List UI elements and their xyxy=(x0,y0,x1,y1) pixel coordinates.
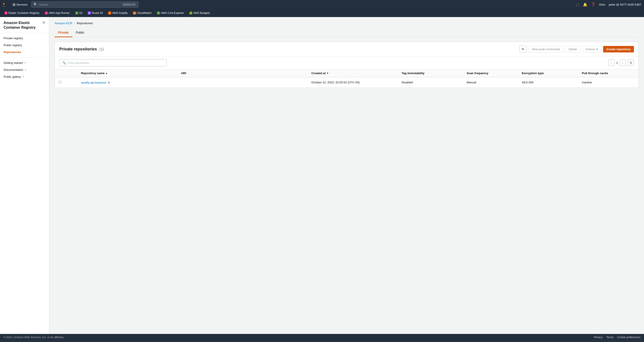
row-select-radio[interactable] xyxy=(58,81,61,84)
repo-search-input[interactable] xyxy=(68,61,164,65)
repositories-panel: Private repositories (1) ↻ View push com… xyxy=(54,42,639,88)
nav-right: ⬚ 🔔 ❓ Ohio peter @ 9477-3435-5387 xyxy=(576,3,641,7)
status-bar: https://us-east-2.console.aws.amazon.com… xyxy=(0,341,644,342)
panel-actions: ↻ View push commands Delete Actions ▾ Cr… xyxy=(519,46,634,53)
table-row: spotify-api-backend ⧉ October 22, 2022, … xyxy=(55,77,638,88)
search-input[interactable] xyxy=(39,3,120,6)
row-uri-cell xyxy=(178,77,308,88)
th-tag-immutability: Tag immutability xyxy=(398,69,463,77)
sidebar-item-documentation[interactable]: Documentation ↗ xyxy=(0,66,49,73)
refresh-icon: ↻ xyxy=(522,47,524,51)
breadcrumb-current: Repositories xyxy=(77,22,93,25)
service-link-r53[interactable]: R Route 53 xyxy=(86,11,104,16)
cloud-shell-icon[interactable]: ⬚ xyxy=(576,3,579,7)
panel-title-area: Private repositories (1) xyxy=(59,47,104,52)
row-tag-immutability-cell: Disabled xyxy=(398,77,463,88)
actions-chevron-icon: ▾ xyxy=(596,48,598,51)
pagination: ‹ 1 › ⚙ xyxy=(608,60,634,66)
footer-privacy-link[interactable]: Privacy xyxy=(594,336,602,339)
footer-copyright: © 2022, Amazon Web Services, Inc. or its… xyxy=(4,336,64,339)
ecr-icon: E xyxy=(4,12,8,15)
bell-icon[interactable]: 🔔 xyxy=(583,3,588,7)
service-nav: E Elastic Container Registry A AWS App R… xyxy=(0,9,644,17)
external-link-icon: ↗ xyxy=(24,68,26,71)
sidebar-close-button[interactable]: ✕ xyxy=(42,21,46,25)
sidebar-item-private-registry[interactable]: Private registry xyxy=(0,35,49,42)
user-menu[interactable]: peter @ 9477-3435-5387 xyxy=(609,3,641,6)
sort-asc-icon: ▲ xyxy=(106,72,108,74)
row-scan-frequency-cell: Manual xyxy=(463,77,518,88)
footer: © 2022, Amazon Web Services, Inc. or its… xyxy=(0,334,644,341)
footer-links: Privacy Terms Cookie preferences xyxy=(594,336,640,339)
aws-logo[interactable] xyxy=(3,1,9,8)
service-link-cw[interactable]: ☁ CloudWatch xyxy=(131,11,153,16)
r53-icon: R xyxy=(88,12,91,15)
th-repository-name[interactable]: Repository name ▲ xyxy=(78,69,178,77)
row-repo-name-cell: spotify-api-backend ⧉ xyxy=(78,77,178,88)
tab-public[interactable]: Public xyxy=(72,29,88,37)
ce-icon: $ xyxy=(157,12,160,15)
service-link-s3[interactable]: S S3 xyxy=(74,11,84,16)
tabs: Private Public xyxy=(54,29,639,37)
sidebar: Amazon Elastic Container Registry ✕ Priv… xyxy=(0,17,49,334)
th-checkbox xyxy=(55,69,78,77)
runner-icon: A xyxy=(45,12,48,15)
sidebar-divider xyxy=(0,57,49,58)
sort-desc-icon: ▼ xyxy=(326,72,329,74)
panel-title: Private repositories (1) xyxy=(59,47,104,51)
sidebar-item-getting-started[interactable]: Getting started ↗ xyxy=(0,59,49,66)
sidebar-item-repositories[interactable]: Repositories xyxy=(0,49,49,56)
footer-cookies-link[interactable]: Cookie preferences xyxy=(617,336,640,339)
row-created-at-cell: October 22, 2022, 20:25:52 (UTC-05) xyxy=(308,77,398,88)
view-push-commands-button[interactable]: View push commands xyxy=(528,46,564,52)
sidebar-item-public-registry[interactable]: Public registry xyxy=(0,42,49,49)
budgets-icon: 💰 xyxy=(189,12,192,15)
search-shortcut: [Option+S] xyxy=(122,3,136,6)
repo-search-container[interactable]: 🔍 xyxy=(59,59,167,66)
service-link-amplify[interactable]: ⚡ AWS Amplify xyxy=(106,11,129,16)
help-icon[interactable]: ❓ xyxy=(591,3,596,7)
row-pull-through-cache-cell: Inactive xyxy=(578,77,638,88)
prev-page-button[interactable]: ‹ xyxy=(608,60,614,66)
region-selector[interactable]: Ohio xyxy=(599,3,605,6)
actions-button[interactable]: Actions ▾ xyxy=(582,46,602,52)
s3-icon: S xyxy=(75,12,78,15)
row-checkbox-cell[interactable] xyxy=(55,77,78,88)
tab-private[interactable]: Private xyxy=(54,29,72,37)
breadcrumb: Amazon ECR › Repositories xyxy=(54,22,639,25)
repositories-table: Repository name ▲ URI Created at ▼ xyxy=(55,69,638,88)
repo-name-link[interactable]: spotify-api-backend xyxy=(81,81,106,84)
footer-terms-link[interactable]: Terms xyxy=(606,336,614,339)
th-uri[interactable]: URI xyxy=(178,69,308,77)
panel-header: Private repositories (1) ↻ View push com… xyxy=(55,42,638,57)
external-link-icon: ↗ xyxy=(24,61,26,64)
service-link-runner[interactable]: A AWS App Runner xyxy=(43,11,72,16)
delete-button[interactable]: Delete xyxy=(565,46,580,52)
sidebar-item-public-gallery[interactable]: Public gallery ↗ xyxy=(0,73,49,80)
service-link-budgets[interactable]: 💰 AWS Budgets xyxy=(188,11,212,16)
th-encryption-type: Encryption type xyxy=(518,69,578,77)
refresh-button[interactable]: ↻ xyxy=(519,46,526,53)
global-search[interactable]: 🔍 [Option+S] xyxy=(31,1,138,8)
sidebar-nav: Private registry Public registry Reposit… xyxy=(0,33,49,82)
app-layout: Amazon Elastic Container Registry ✕ Priv… xyxy=(0,17,644,334)
main-content: Amazon ECR › Repositories Private Public… xyxy=(49,17,644,334)
services-menu[interactable]: ⊞ Services xyxy=(12,3,28,7)
amplify-icon: ⚡ xyxy=(108,12,111,15)
repo-count: (1) xyxy=(99,47,104,51)
create-repository-button[interactable]: Create repository xyxy=(603,46,634,52)
repo-search-icon: 🔍 xyxy=(62,61,66,65)
th-created-at[interactable]: Created at ▼ xyxy=(308,69,398,77)
sidebar-header: Amazon Elastic Container Registry ✕ xyxy=(0,17,49,33)
page-number: 1 xyxy=(616,61,618,65)
service-link-ce[interactable]: $ AWS Cost Explorer xyxy=(155,11,186,16)
cw-icon: ☁ xyxy=(133,12,136,15)
table-settings-button[interactable]: ⚙ xyxy=(628,60,634,66)
breadcrumb-link-ecr[interactable]: Amazon ECR xyxy=(54,22,72,25)
next-page-button[interactable]: › xyxy=(620,60,626,66)
external-link-icon: ↗ xyxy=(22,75,24,78)
copy-uri-icon[interactable]: ⧉ xyxy=(108,81,110,84)
sidebar-title: Amazon Elastic Container Registry xyxy=(4,21,42,30)
service-link-ecr[interactable]: E Elastic Container Registry xyxy=(3,11,41,16)
th-scan-frequency: Scan frequency xyxy=(463,69,518,77)
